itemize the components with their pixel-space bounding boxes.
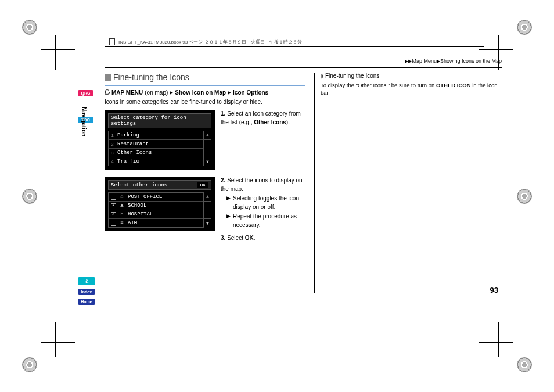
book-icon	[109, 38, 115, 45]
bullet-text: Selecting toggles the icon display on or…	[233, 195, 305, 211]
menu-path-a-note: (on map)	[145, 89, 168, 96]
note-bold: OTHER ICON	[436, 82, 471, 88]
menu-path: MAP MENU (on map) ▶ Show icon on Map ▶ I…	[105, 89, 305, 96]
step-bold: Other Icons	[254, 119, 286, 125]
registration-mark	[517, 357, 532, 372]
sidebar-top: QRG TOC Navigation	[78, 90, 93, 136]
scroll-down-icon[interactable]: ▼	[204, 218, 211, 228]
section-heading-text: Fine-tuning the Icons	[113, 73, 189, 82]
registration-mark	[517, 189, 532, 204]
list-item[interactable]: H HOSPITAL	[109, 210, 203, 219]
checkbox-checked-icon[interactable]	[111, 212, 116, 217]
list-item-label: Other Icons	[117, 150, 152, 156]
triangle-bullet-icon: ▶	[226, 195, 231, 211]
post-office-icon: ⌂	[119, 194, 125, 200]
file-info-bar: INSIGHT_KA-31TM8820.book 93 ページ ２０１１年８月９…	[105, 37, 484, 47]
list-item[interactable]: 4Traffic	[109, 157, 203, 166]
school-icon: ▲	[119, 203, 125, 208]
registration-mark	[22, 357, 37, 372]
page-body: ▶▶Map Menu▶Showing Icons on the Map Fine…	[105, 58, 502, 334]
scroll-up-icon[interactable]: ▲	[204, 131, 211, 140]
list-item[interactable]: ⌂ POST OFFICE	[109, 193, 203, 202]
sub-bullet: ▶Repeat the procedure as necessary.	[226, 213, 305, 229]
list-item-label: POST OFFICE	[128, 194, 162, 200]
screenshot-other-icons: Select other icons OK ⌂ POST OFFICE	[105, 177, 215, 231]
side-note-title: Fine-tuning the Icons	[325, 73, 379, 79]
heading-underline	[105, 85, 305, 86]
list-item-label: ATM	[128, 220, 137, 226]
list-item-label: Restaurant	[117, 141, 149, 147]
icon-checklist: ⌂ POST OFFICE ▲ SCHOOL H H	[108, 192, 203, 228]
list-item[interactable]: 2Restaurant	[109, 140, 203, 149]
bullet-text: Repeat the procedure as necessary.	[233, 213, 305, 229]
screenshot-title-text: Select other icons	[111, 182, 167, 188]
tab-qrg[interactable]: QRG	[78, 90, 93, 96]
list-item[interactable]: 1Parking	[109, 131, 203, 140]
tab-home[interactable]: Home	[78, 299, 95, 305]
crop-mark	[41, 35, 81, 75]
breadcrumb-b: Showing Icons on the Map	[440, 58, 502, 64]
step-body: Select	[227, 235, 245, 241]
step-number: 3.	[221, 235, 225, 241]
step-1-text: 1. Select an icon category from the list…	[221, 110, 305, 127]
screenshot-title: Select other icons OK	[108, 180, 211, 190]
list-item-label: Traffic	[117, 159, 139, 164]
side-note-body: To display the "Other Icons," be sure to…	[321, 81, 502, 97]
section-label-navigation: Navigation	[81, 107, 87, 136]
side-note-heading: ⦈ Fine-tuning the Icons	[321, 73, 502, 79]
menu-path-b: Show icon on Map	[175, 89, 226, 96]
sub-bullet: ▶Selecting toggles the icon display on o…	[226, 195, 305, 211]
scroll-down-icon[interactable]: ▼	[204, 157, 211, 166]
page-number: 93	[490, 286, 498, 294]
list-item[interactable]: ≡ ATM	[109, 219, 203, 227]
triangle-bullet-icon: ▶	[226, 213, 231, 229]
voice-icon	[105, 89, 110, 96]
step-end: .	[254, 235, 256, 241]
scroll-up-icon[interactable]: ▲	[204, 192, 211, 202]
section-heading: Fine-tuning the Icons	[105, 73, 305, 82]
step-2-3-text: 2. Select the icons to display on the ma…	[221, 177, 305, 243]
breadcrumb-a: Map Menu	[412, 58, 437, 64]
checkbox-checked-icon[interactable]	[111, 203, 116, 208]
screenshot-title-text: Select category for icon settings	[111, 115, 208, 127]
step-1: Select category for icon settings 1Parki…	[105, 110, 305, 170]
step-end: ).	[286, 119, 290, 125]
step-body: Select the icons to display on the map.	[221, 177, 303, 192]
ok-button[interactable]: OK	[197, 182, 208, 188]
step-2-3: Select other icons OK ⌂ POST OFFICE	[105, 177, 305, 243]
main-column: Fine-tuning the Icons MAP MENU (on map) …	[105, 73, 305, 293]
chevron-right-icon: ▶	[228, 90, 231, 95]
tab-index[interactable]: Index	[78, 289, 95, 295]
step-number: 2.	[221, 177, 225, 184]
side-note-column: ⦈ Fine-tuning the Icons To display the "…	[314, 73, 502, 293]
file-info-text: INSIGHT_KA-31TM8820.book 93 ページ ２０１１年８月９…	[118, 39, 302, 45]
step-number: 1.	[221, 110, 225, 117]
sidebar-bottom: ℰ Index Home	[78, 277, 95, 305]
divider	[105, 67, 502, 68]
list-item-label: Parking	[117, 132, 139, 138]
menu-path-c: Icon Options	[233, 89, 268, 96]
registration-mark	[22, 20, 37, 35]
menu-path-a: MAP MENU	[111, 89, 143, 96]
checkbox-unchecked-icon[interactable]	[111, 221, 116, 226]
crop-mark	[41, 317, 81, 357]
screenshot-category-list: Select category for icon settings 1Parki…	[105, 110, 215, 170]
list-item[interactable]: 3Other Icons	[109, 149, 203, 157]
list-item[interactable]: ▲ SCHOOL	[109, 202, 203, 210]
category-list: 1Parking 2Restaurant 3Other Icons 4Traff…	[108, 131, 203, 166]
tab-voice[interactable]: ℰ	[78, 277, 95, 285]
breadcrumb: ▶▶Map Menu▶Showing Icons on the Map	[105, 58, 502, 64]
chevron-right-icon: ▶	[170, 90, 173, 95]
hospital-icon: H	[119, 211, 125, 217]
registration-mark	[517, 20, 532, 35]
note-text: To display the "Other Icons," be sure to…	[321, 82, 436, 88]
note-marker-icon: ⦈	[321, 73, 323, 79]
breadcrumb-marker: ▶▶	[405, 59, 412, 64]
list-item-label: SCHOOL	[128, 203, 146, 208]
intro-text: Icons in some categories can be fine-tun…	[105, 99, 305, 105]
square-bullet-icon	[105, 74, 111, 81]
checkbox-unchecked-icon[interactable]	[111, 195, 116, 200]
atm-icon: ≡	[119, 220, 125, 226]
registration-mark	[22, 189, 37, 204]
screenshot-title: Select category for icon settings	[108, 113, 211, 128]
